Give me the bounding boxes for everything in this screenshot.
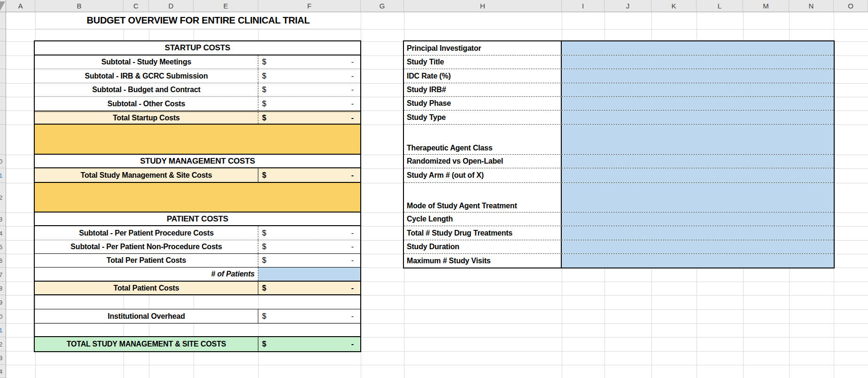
label-cell[interactable]: Therapeutic Agent Class [404, 125, 562, 154]
divider-band[interactable] [35, 183, 360, 213]
column-header-O[interactable]: O [834, 0, 868, 12]
column-header-K[interactable]: K [651, 0, 697, 12]
label-cell[interactable]: Total Patient Costs [35, 282, 258, 294]
label-cell[interactable]: Mode of Study Agent Treatment [404, 183, 562, 212]
row-header-18[interactable]: 8 [0, 282, 6, 295]
label-cell[interactable]: Total # Study Drug Treatments [404, 226, 562, 240]
label-cell[interactable]: Study Title [404, 55, 562, 69]
amount-cell[interactable]: $- [258, 240, 360, 253]
section-header-startup-costs[interactable]: STARTUP COSTS [35, 41, 360, 55]
row-header-8[interactable] [0, 110, 6, 125]
column-header-C[interactable]: C [124, 0, 149, 12]
label-cell[interactable]: Subtotal - Per Patient Non-Procedure Cos… [35, 240, 258, 253]
label-cell[interactable]: Institutional Overhead [35, 309, 258, 323]
row-header-15[interactable]: 5 [0, 240, 6, 254]
input-cell[interactable] [562, 110, 834, 124]
input-cell[interactable] [562, 183, 834, 212]
amount-cell[interactable]: $- [258, 226, 360, 240]
label-cell[interactable]: Study Duration [404, 240, 562, 253]
label-cell[interactable]: Subtotal - IRB & GCRC Submission [35, 69, 258, 83]
row-header-19[interactable]: 9 [0, 295, 6, 309]
section-header-study-management-costs[interactable]: STUDY MANAGEMENT COSTS [35, 155, 360, 168]
amount-cell[interactable]: $- [258, 69, 360, 83]
input-cell[interactable] [562, 168, 834, 182]
row-header-5[interactable] [0, 69, 6, 83]
row-header-10[interactable]: 0 [0, 155, 6, 168]
input-cell[interactable] [562, 213, 834, 226]
label-cell[interactable]: Study Phase [404, 97, 562, 110]
amount-cell[interactable]: $- [258, 254, 360, 267]
amount-cell[interactable]: $- [258, 55, 360, 69]
label-cell[interactable]: Maximum # Study Visits [404, 254, 562, 268]
label-cell[interactable]: Principal Investigator [404, 41, 562, 55]
column-header-G[interactable]: G [361, 0, 404, 12]
amount-cell[interactable]: $- [258, 112, 360, 124]
column-header-A[interactable]: A [6, 0, 35, 12]
input-cell[interactable] [562, 254, 834, 268]
row-header-16[interactable]: 6 [0, 254, 6, 268]
label-cell[interactable]: Study IRB# [404, 83, 562, 96]
label-cell[interactable]: Total Startup Costs [35, 112, 258, 124]
amount-cell[interactable]: $- [258, 337, 360, 351]
row-header-12[interactable]: 2 [0, 183, 6, 213]
label-cell[interactable]: IDC Rate (%) [404, 69, 562, 83]
row-header-17[interactable]: 7 [0, 268, 6, 282]
row-header-22[interactable]: 2 [0, 337, 6, 351]
column-header-N[interactable]: N [789, 0, 834, 12]
input-cell[interactable] [562, 226, 834, 240]
input-cell[interactable] [562, 97, 834, 110]
input-cell[interactable] [562, 240, 834, 253]
amount-cell[interactable]: $- [258, 168, 360, 182]
row-header-21[interactable]: 1 [0, 323, 6, 337]
input-cell[interactable] [562, 125, 834, 154]
label-cell[interactable]: Subtotal - Budget and Contract [35, 83, 258, 96]
label-cell[interactable]: Total Per Patient Costs [35, 254, 258, 267]
label-cell[interactable]: Study Arm # (out of X) [404, 168, 562, 182]
amount-cell[interactable]: $- [258, 309, 360, 323]
column-header-I[interactable]: I [562, 0, 604, 12]
input-cell[interactable] [562, 155, 834, 168]
row-header-14[interactable]: 4 [0, 226, 6, 240]
row-header-3[interactable] [0, 41, 6, 55]
label-cell[interactable]: Subtotal - Other Costs [35, 97, 258, 110]
input-cell[interactable] [562, 41, 834, 55]
column-header-M[interactable]: M [743, 0, 789, 12]
column-header-B[interactable]: B [35, 0, 124, 12]
column-header-J[interactable]: J [604, 0, 651, 12]
label-cell[interactable]: # of Patients [35, 268, 258, 281]
input-cell[interactable] [562, 55, 834, 69]
row-header-23[interactable]: 3 [0, 351, 6, 365]
row-header-13[interactable]: 3 [0, 213, 6, 226]
row-header-4[interactable] [0, 55, 6, 69]
label-cell[interactable]: Subtotal - Per Patient Procedure Costs [35, 226, 258, 240]
patients-input-cell[interactable] [258, 268, 360, 281]
label-cell[interactable]: Randomized vs Open-Label [404, 155, 562, 168]
row-header-11[interactable]: 1 [0, 168, 6, 183]
row-header-7[interactable] [0, 97, 6, 110]
row-header-20[interactable]: 0 [0, 309, 6, 323]
row-header-24[interactable]: 4 [0, 365, 6, 378]
column-header-F[interactable]: F [258, 0, 361, 12]
row-header-9[interactable] [0, 125, 6, 155]
row-header-2[interactable] [0, 29, 6, 41]
amount-cell[interactable]: $- [258, 83, 360, 96]
label-cell[interactable]: Subtotal - Study Meetings [35, 55, 258, 69]
column-header-E[interactable]: E [194, 0, 258, 12]
label-cell[interactable]: Total Study Management & Site Costs [35, 168, 258, 182]
label-cell[interactable]: Cycle Length [404, 213, 562, 226]
sheet-title-cell[interactable]: BUDGET OVERVIEW FOR ENTIRE CLINICAL TRIA… [36, 12, 361, 29]
amount-cell[interactable]: $- [258, 282, 360, 294]
row-header-1[interactable] [0, 12, 6, 29]
row-header-6[interactable] [0, 83, 6, 97]
empty-row[interactable] [35, 295, 360, 309]
select-all-corner[interactable] [0, 0, 6, 12]
section-header-patient-costs[interactable]: PATIENT COSTS [35, 213, 360, 226]
input-cell[interactable] [562, 83, 834, 96]
divider-band[interactable] [35, 125, 360, 155]
amount-cell[interactable]: $- [258, 97, 360, 110]
label-cell[interactable]: TOTAL STUDY MANAGEMENT & SITE COSTS [35, 337, 258, 351]
empty-row[interactable] [35, 323, 360, 337]
label-cell[interactable]: Study Type [404, 110, 562, 124]
column-header-L[interactable]: L [697, 0, 743, 12]
input-cell[interactable] [562, 69, 834, 83]
